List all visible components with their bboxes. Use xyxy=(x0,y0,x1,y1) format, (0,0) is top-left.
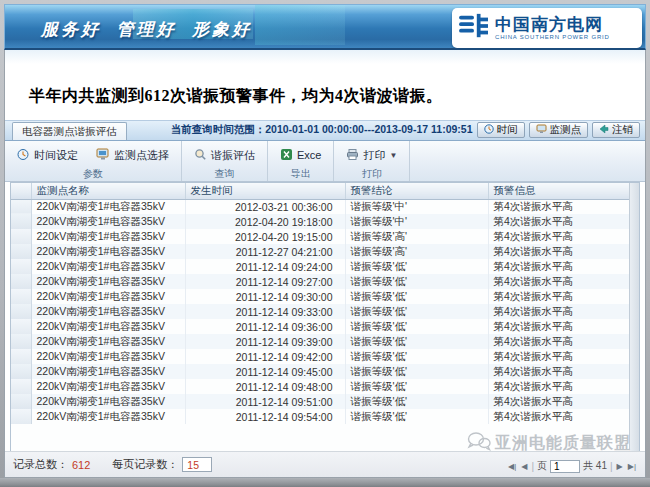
print-button[interactable]: 打印 ▼ xyxy=(338,144,405,166)
toolbar-group-params: 时间设定 监测点选择 参数 xyxy=(5,141,182,181)
cell-name: 220kV南湖变1#电容器35kV xyxy=(31,364,185,379)
monitor-point-select-label: 监测点选择 xyxy=(114,148,169,163)
resonance-eval-button[interactable]: 谐振评估 xyxy=(186,144,263,166)
excel-icon xyxy=(280,148,293,163)
table-row[interactable]: 220kV南湖变1#电容器35kV2011-12-14 09:42:00谐振等级… xyxy=(11,349,629,364)
cell-name: 220kV南湖变1#电容器35kV xyxy=(31,304,185,319)
table-body: 220kV南湖变1#电容器35kV2012-03-21 00:36:00谐振等级… xyxy=(11,199,629,424)
cell-time: 2011-12-14 09:45:00 xyxy=(185,364,345,379)
cell-conclusion: 谐振等级'低' xyxy=(345,394,488,409)
header-monitor-point[interactable]: 监测点名称 xyxy=(31,183,185,199)
table-row[interactable]: 220kV南湖变1#电容器35kV2011-12-14 09:48:00谐振等级… xyxy=(11,379,629,394)
cell-time: 2011-12-14 09:39:00 xyxy=(185,334,345,349)
cell-sel xyxy=(11,274,31,289)
time-button[interactable]: 时间 xyxy=(477,122,525,138)
prev-page-icon[interactable]: ◀ xyxy=(520,462,528,471)
header-occurrence-time[interactable]: 发生时间 xyxy=(185,183,345,199)
cell-sel xyxy=(11,229,31,244)
first-page-icon[interactable]: ◀| xyxy=(507,462,517,471)
logo-title: 中国南方电网 xyxy=(495,16,610,34)
cell-time: 2012-03-21 00:36:00 xyxy=(185,199,345,214)
page-input[interactable] xyxy=(550,460,580,473)
pagination: ◀| ◀ | 页 共 41 | ▶ ▶| xyxy=(507,459,637,473)
cell-info: 第4次谐振水平高 xyxy=(488,259,629,274)
cell-conclusion: 谐振等级'低' xyxy=(345,334,488,349)
toolbar: 时间设定 监测点选择 参数 谐振评估 查询 xyxy=(5,141,645,182)
table-row[interactable]: 220kV南湖变1#电容器35kV2012-04-20 19:15:00谐振等级… xyxy=(11,229,629,244)
logo-text: 中国南方电网 CHINA SOUTHERN POWER GRID xyxy=(495,16,610,40)
search-icon xyxy=(194,148,207,163)
toolbar-group-label: 查询 xyxy=(186,167,263,181)
header-selector xyxy=(11,183,31,199)
table-row[interactable]: 220kV南湖变1#电容器35kV2011-12-14 09:36:00谐振等级… xyxy=(11,319,629,334)
cell-conclusion: 谐振等级'低' xyxy=(345,379,488,394)
logout-button-label: 注销 xyxy=(612,123,633,137)
table-row[interactable]: 220kV南湖变1#电容器35kV2011-12-14 09:27:00谐振等级… xyxy=(11,274,629,289)
monitor-point-select-button[interactable]: 监测点选择 xyxy=(88,144,177,166)
cell-sel xyxy=(11,199,31,214)
cell-info: 第4次谐振水平高 xyxy=(488,199,629,214)
table-row[interactable]: 220kV南湖变1#电容器35kV2011-12-14 09:24:00谐振等级… xyxy=(11,259,629,274)
cell-info: 第4次谐振水平高 xyxy=(488,409,629,424)
cell-conclusion: 谐振等级'低' xyxy=(345,304,488,319)
toolbar-group-print: 打印 ▼ 打印 xyxy=(334,141,410,181)
data-grid: 监测点名称 发生时间 预警结论 预警信息 220kV南湖变1#电容器35kV20… xyxy=(10,182,640,452)
csg-logo: 中国南方电网 CHINA SOUTHERN POWER GRID xyxy=(452,8,642,48)
cell-conclusion: 谐振等级'中' xyxy=(345,214,488,229)
table-row[interactable]: 220kV南湖变1#电容器35kV2011-12-14 09:33:00谐振等级… xyxy=(11,304,629,319)
cell-name: 220kV南湖变1#电容器35kV xyxy=(31,334,185,349)
cell-info: 第4次谐振水平高 xyxy=(488,364,629,379)
logout-button[interactable]: 注销 xyxy=(592,122,640,138)
time-setting-button[interactable]: 时间设定 xyxy=(9,144,86,166)
table-row[interactable]: 220kV南湖变1#电容器35kV2012-03-21 00:36:00谐振等级… xyxy=(11,199,629,214)
cell-name: 220kV南湖变1#电容器35kV xyxy=(31,349,185,364)
header-warning-conclusion[interactable]: 预警结论 xyxy=(345,183,488,199)
excel-export-label: Exce xyxy=(297,149,321,161)
cell-conclusion: 谐振等级'低' xyxy=(345,409,488,424)
vertical-scrollbar[interactable] xyxy=(629,183,639,451)
table-row[interactable]: 220kV南湖变1#电容器35kV2012-04-20 19:18:00谐振等级… xyxy=(11,214,629,229)
cell-info: 第4次谐振水平高 xyxy=(488,274,629,289)
total-pages: 共 41 xyxy=(583,459,607,473)
cell-info: 第4次谐振水平高 xyxy=(488,319,629,334)
query-range-value: 2010-01-01 00:00:00---2013-09-17 11:09:5… xyxy=(265,123,472,135)
cell-time: 2012-04-20 19:15:00 xyxy=(185,229,345,244)
cell-conclusion: 谐振等级'高' xyxy=(345,229,488,244)
header-warning-info[interactable]: 预警信息 xyxy=(488,183,629,199)
cell-sel xyxy=(11,379,31,394)
toolbar-group-label: 导出 xyxy=(272,167,329,181)
cell-time: 2011-12-14 09:42:00 xyxy=(185,349,345,364)
tab-strip: 电容器测点谐振评估 当前查询时间范围：2010-01-01 00:00:00--… xyxy=(5,120,645,141)
table-row[interactable]: 220kV南湖变1#电容器35kV2011-12-14 09:39:00谐振等级… xyxy=(11,334,629,349)
table-row[interactable]: 220kV南湖变1#电容器35kV2011-12-14 09:45:00谐振等级… xyxy=(11,364,629,379)
cell-sel xyxy=(11,214,31,229)
cell-conclusion: 谐振等级'低' xyxy=(345,349,488,364)
cell-sel xyxy=(11,319,31,334)
per-page-input[interactable] xyxy=(182,457,212,472)
cell-conclusion: 谐振等级'低' xyxy=(345,364,488,379)
query-range: 当前查询时间范围：2010-01-01 00:00:00---2013-09-1… xyxy=(171,123,473,137)
cell-conclusion: 谐振等级'低' xyxy=(345,319,488,334)
cell-info: 第4次谐振水平高 xyxy=(488,349,629,364)
csg-logo-icon xyxy=(458,12,490,44)
logo-subtitle: CHINA SOUTHERN POWER GRID xyxy=(495,34,610,40)
tabstrip-right: 当前查询时间范围：2010-01-01 00:00:00---2013-09-1… xyxy=(171,122,645,140)
cell-name: 220kV南湖变1#电容器35kV xyxy=(31,274,185,289)
table-row[interactable]: 220kV南湖变1#电容器35kV2011-12-27 04:21:00谐振等级… xyxy=(11,244,629,259)
excel-export-button[interactable]: Exce xyxy=(272,144,329,166)
last-page-icon[interactable]: ▶| xyxy=(627,462,637,471)
next-page-icon[interactable]: ▶ xyxy=(616,462,624,471)
cell-sel xyxy=(11,289,31,304)
cell-sel xyxy=(11,409,31,424)
table-row[interactable]: 220kV南湖变1#电容器35kV2011-12-14 09:51:00谐振等级… xyxy=(11,394,629,409)
cell-name: 220kV南湖变1#电容器35kV xyxy=(31,379,185,394)
cell-info: 第4次谐振水平高 xyxy=(488,334,629,349)
table-row[interactable]: 220kV南湖变1#电容器35kV2011-12-14 09:30:00谐振等级… xyxy=(11,289,629,304)
cell-time: 2011-12-14 09:27:00 xyxy=(185,274,345,289)
tab-capacitor-resonance-eval[interactable]: 电容器测点谐振评估 xyxy=(12,122,127,140)
cell-name: 220kV南湖变1#电容器35kV xyxy=(31,214,185,229)
monitor-point-button[interactable]: 监测点 xyxy=(529,122,589,138)
table-row[interactable]: 220kV南湖变1#电容器35kV2011-12-14 09:54:00谐振等级… xyxy=(11,409,629,424)
cell-time: 2011-12-14 09:51:00 xyxy=(185,394,345,409)
cell-time: 2011-12-14 09:30:00 xyxy=(185,289,345,304)
